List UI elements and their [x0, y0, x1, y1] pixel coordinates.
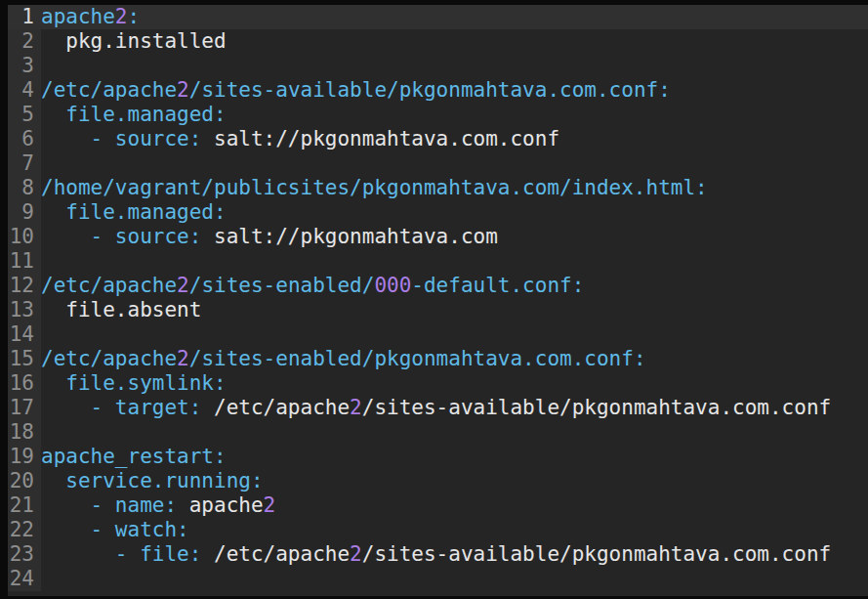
editor-row: 21 - name: apache2 [8, 493, 868, 518]
code-line[interactable]: - file: /etc/apache2/sites-available/pkg… [41, 542, 868, 567]
code-line[interactable]: file.absent [41, 298, 868, 322]
code-token-key: - name: [41, 493, 189, 517]
code-token-key: /sites-enabled/pkgonmahtava.com.conf: [189, 347, 646, 370]
editor-row: 13 file.absent [8, 298, 868, 322]
line-number: 15 [8, 347, 41, 371]
editor-row: 11 [8, 249, 868, 274]
code-line[interactable]: file.managed: [41, 200, 868, 225]
editor-row: 10 - source: salt://pkgonmahtava.com [8, 225, 868, 249]
code-token-num: 2 [115, 5, 128, 28]
code-line[interactable]: /etc/apache2/sites-available/pkgonmahtav… [41, 78, 868, 103]
line-number: 7 [8, 151, 41, 176]
line-number: 2 [8, 29, 41, 54]
code-token-key: apache_restart: [41, 445, 227, 468]
screen: { "editor": { "language": "yaml-saltstac… [0, 0, 868, 599]
code-line[interactable]: - source: salt://pkgonmahtava.com.conf [41, 127, 868, 151]
editor-row: 17 - target: /etc/apache2/sites-availabl… [8, 396, 868, 420]
code-line[interactable]: - watch: [41, 518, 868, 542]
code-line[interactable]: /etc/apache2/sites-enabled/000-default.c… [41, 274, 868, 298]
code-line[interactable]: apache2: [41, 5, 868, 29]
code-token-key: /sites-enabled/ [189, 274, 375, 297]
editor-row: 2 pkg.installed [8, 29, 868, 54]
code-token-key: - target: [41, 396, 214, 419]
line-number: 4 [8, 78, 41, 103]
line-number: 13 [8, 298, 41, 322]
code-token-key: service.running: [41, 469, 264, 492]
editor-row: 4/etc/apache2/sites-available/pkgonmahta… [8, 78, 868, 103]
editor-row: 9 file.managed: [8, 200, 868, 225]
text-editor[interactable]: 1apache2:2 pkg.installed34/etc/apache2/s… [8, 5, 868, 596]
editor-row: 24 [8, 567, 868, 591]
code-line[interactable] [41, 151, 868, 176]
line-number: 24 [8, 567, 41, 591]
code-line[interactable]: pkg.installed [41, 29, 868, 54]
editor-row: 22 - watch: [8, 518, 868, 542]
line-number: 5 [8, 103, 41, 127]
line-number: 8 [8, 176, 41, 200]
code-token-plain: /sites-available/pkgonmahtava.com.conf [362, 542, 831, 566]
code-token-key: : [128, 5, 141, 28]
editor-row: 7 [8, 151, 868, 176]
code-token-num: 2 [177, 347, 189, 370]
code-line[interactable]: apache_restart: [41, 445, 868, 469]
line-number: 14 [8, 322, 41, 347]
code-token-num: 2 [350, 542, 362, 566]
code-token-num: 000 [374, 274, 411, 297]
code-token-key: apache [41, 5, 115, 28]
line-number: 18 [8, 420, 41, 445]
code-line[interactable] [41, 54, 868, 78]
editor-row: 14 [8, 322, 868, 347]
line-number: 11 [8, 249, 41, 274]
code-token-plain: file.absent [41, 298, 201, 321]
editor-row: 19apache_restart: [8, 445, 868, 469]
editor-rows: 1apache2:2 pkg.installed34/etc/apache2/s… [8, 5, 868, 591]
code-token-key: /etc/apache [41, 347, 177, 370]
line-number: 6 [8, 127, 41, 151]
line-number: 3 [8, 54, 41, 78]
line-number: 23 [8, 542, 41, 567]
code-line[interactable] [41, 567, 868, 591]
code-token-key: - source: [41, 127, 214, 150]
code-line[interactable]: file.managed: [41, 103, 868, 127]
code-line[interactable]: service.running: [41, 469, 868, 493]
line-number: 19 [8, 445, 41, 469]
code-token-num: 2 [177, 78, 189, 102]
code-line[interactable]: - source: salt://pkgonmahtava.com [41, 225, 868, 249]
line-number: 20 [8, 469, 41, 493]
code-line[interactable]: - target: /etc/apache2/sites-available/p… [41, 396, 868, 420]
editor-row: 3 [8, 54, 868, 78]
editor-row: 15/etc/apache2/sites-enabled/pkgonmahtav… [8, 347, 868, 371]
code-token-key: file.symlink: [41, 371, 227, 395]
editor-row: 18 [8, 420, 868, 445]
code-token-num: 2 [350, 396, 362, 419]
code-token-key: -default.conf: [411, 274, 584, 297]
code-token-key: file.managed: [41, 103, 227, 126]
line-number: 16 [8, 371, 41, 396]
line-number: 17 [8, 396, 41, 420]
code-token-plain: apache [189, 493, 264, 517]
editor-row: 12/etc/apache2/sites-enabled/000-default… [8, 274, 868, 298]
line-number: 10 [8, 225, 41, 249]
code-line[interactable] [41, 420, 868, 445]
line-number: 22 [8, 518, 41, 542]
code-token-plain: /etc/apache [214, 396, 350, 419]
code-token-num: 2 [177, 274, 189, 297]
line-number: 1 [8, 5, 41, 29]
code-token-key: - file: [41, 542, 214, 566]
code-token-key: file.managed: [41, 200, 227, 224]
code-line[interactable] [41, 322, 868, 347]
code-token-key: - watch: [41, 518, 189, 541]
code-line[interactable]: /home/vagrant/publicsites/pkgonmahtava.c… [41, 176, 868, 200]
code-token-num: 2 [264, 493, 276, 517]
code-token-key: /etc/apache [41, 78, 177, 102]
code-token-key: /sites-available/pkgonmahtava.com.conf: [189, 78, 671, 102]
code-line[interactable]: file.symlink: [41, 371, 868, 396]
editor-row: 23 - file: /etc/apache2/sites-available/… [8, 542, 868, 567]
code-token-plain: /etc/apache [214, 542, 350, 566]
editor-row: 8/home/vagrant/publicsites/pkgonmahtava.… [8, 176, 868, 200]
line-number: 9 [8, 200, 41, 225]
code-line[interactable] [41, 249, 868, 274]
code-line[interactable]: /etc/apache2/sites-enabled/pkgonmahtava.… [41, 347, 868, 371]
editor-row: 6 - source: salt://pkgonmahtava.com.conf [8, 127, 868, 151]
code-line[interactable]: - name: apache2 [41, 493, 868, 518]
